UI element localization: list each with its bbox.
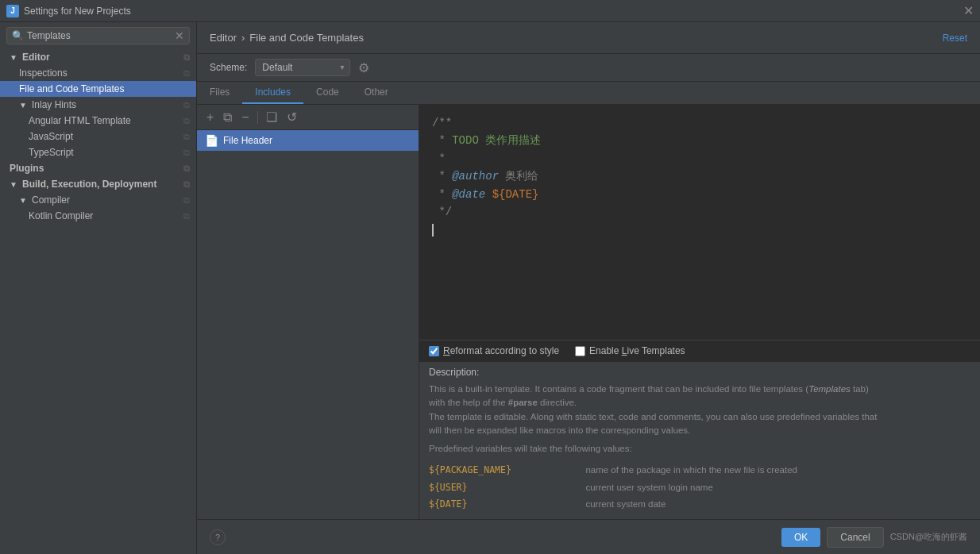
scheme-label: Scheme: — [210, 62, 247, 73]
duplicate-template-button[interactable]: ❏ — [263, 108, 280, 126]
template-item-file-header[interactable]: 📄 File Header — [197, 130, 419, 151]
search-icon: 🔍 — [12, 30, 24, 41]
cancel-button[interactable]: Cancel — [827, 527, 883, 548]
copy-icon-build: ⧉ — [183, 179, 190, 190]
desc-italic-templates: Templates — [808, 384, 851, 394]
reformat-text: Reformat according to style — [443, 345, 559, 356]
copy-icon-plugins: ⧉ — [183, 164, 190, 174]
tab-code[interactable]: Code — [303, 82, 352, 104]
reset-template-button[interactable]: ↺ — [284, 108, 300, 126]
search-clear-icon[interactable]: ✕ — [175, 30, 184, 41]
template-toolbar: + ⧉ − ❏ ↺ — [197, 105, 419, 130]
remove-template-button[interactable]: − — [238, 109, 252, 126]
sidebar-item-kotlin[interactable]: Kotlin Compiler ⧉ — [0, 208, 196, 224]
scheme-dropdown-wrapper: Default Project — [255, 59, 350, 76]
scheme-select[interactable]: Default Project — [255, 59, 350, 76]
sidebar-item-file-code-templates[interactable]: File and Code Templates — [0, 81, 196, 97]
content-area: + ⧉ − ❏ ↺ 📄 File Header /** — [197, 105, 980, 519]
enable-live-text: Enable Live Templates — [589, 345, 685, 356]
tab-files[interactable]: Files — [197, 82, 242, 104]
copy-icon-js: ⧉ — [183, 132, 190, 142]
watermark: CSDN@吃海的虾酱 — [890, 531, 967, 543]
sidebar-item-plugins-label: Plugins — [10, 163, 44, 174]
title-bar-text: Settings for New Projects — [24, 6, 131, 17]
copy-icon-inspections: ⧉ — [183, 68, 190, 79]
sidebar-item-compiler[interactable]: ▼ Compiler ⧉ — [0, 192, 196, 208]
sidebar-item-angular-html[interactable]: Angular HTML Template ⧉ — [0, 113, 196, 129]
sidebar-item-typescript-label: TypeScript — [29, 147, 74, 158]
var-row-user: ${USER} current user system login name — [429, 479, 970, 496]
expand-arrow-editor: ▼ — [10, 53, 19, 62]
reformat-label[interactable]: Reformat according to style — [429, 345, 559, 356]
template-list: + ⧉ − ❏ ↺ 📄 File Header — [197, 105, 419, 519]
gear-button[interactable]: ⚙ — [358, 60, 369, 75]
sidebar-item-build[interactable]: ▼ Build, Execution, Deployment ⧉ — [0, 176, 196, 192]
code-line-3: * — [432, 150, 967, 167]
code-line-1: /** — [432, 114, 967, 132]
reformat-checkbox[interactable] — [429, 346, 439, 356]
description-title: Description: — [419, 362, 980, 379]
copy-icon-compiler: ⧉ — [183, 195, 190, 206]
expand-arrow-build: ▼ — [10, 180, 19, 189]
description-panel: Description: This is a built-in template… — [419, 361, 980, 519]
desc-parse-directive: #parse — [508, 398, 538, 407]
tab-other[interactable]: Other — [352, 82, 401, 104]
app-icon: J — [6, 5, 19, 17]
code-editor[interactable]: /** * TODO 类作用描述 * * @author 奥利给 * @date… — [419, 105, 980, 340]
desc-line-5: Predefined variables will take the follo… — [429, 442, 970, 456]
template-items: 📄 File Header — [197, 130, 419, 519]
sidebar-item-kotlin-label: Kotlin Compiler — [29, 210, 93, 221]
sidebar-item-javascript[interactable]: JavaScript ⧉ — [0, 129, 196, 144]
copy-template-button[interactable]: ⧉ — [220, 109, 235, 126]
desc-line-3: The template is editable. Along with sta… — [429, 410, 970, 424]
code-line-4: * @author 奥利给 — [432, 167, 967, 185]
var-name-user: ${USER} — [429, 479, 585, 496]
sidebar-item-inlay-hints-label: Inlay Hints — [32, 99, 76, 110]
ok-button[interactable]: OK — [781, 528, 820, 547]
desc-line-4: will then be expanded like macros into t… — [429, 424, 970, 437]
desc-line-2: with the help of the #parse directive. — [429, 396, 970, 410]
tabs-row: Files Includes Code Other — [197, 82, 980, 105]
sidebar-item-editor-label: Editor — [22, 52, 50, 63]
var-name-date: ${DATE} — [429, 496, 585, 513]
code-line-6: */ — [432, 203, 967, 221]
sidebar-item-typescript[interactable]: TypeScript ⧉ — [0, 144, 196, 160]
copy-icon-inlay: ⧉ — [183, 100, 190, 110]
sidebar: 🔍 ✕ ▼ Editor ⧉ Inspections ⧉ File and Co… — [0, 22, 197, 554]
add-template-button[interactable]: + — [203, 109, 217, 126]
title-bar-left: J Settings for New Projects — [6, 5, 131, 17]
var-desc-user: current user system login name — [585, 479, 970, 496]
sidebar-item-inspections[interactable]: Inspections ⧉ — [0, 65, 196, 81]
sidebar-items: ▼ Editor ⧉ Inspections ⧉ File and Code T… — [0, 49, 196, 554]
copy-icon-ts: ⧉ — [183, 148, 190, 158]
sidebar-item-plugins[interactable]: Plugins ⧉ — [0, 160, 196, 176]
editor-area: /** * TODO 类作用描述 * * @author 奥利给 * @date… — [419, 105, 980, 519]
search-box: 🔍 ✕ — [6, 27, 190, 44]
toolbar-divider — [257, 111, 258, 124]
breadcrumb: Editor › File and Code Templates — [210, 32, 364, 44]
close-button[interactable]: ✕ — [963, 3, 974, 18]
editor-options: Reformat according to style Enable Live … — [419, 340, 980, 361]
copy-icon-angular: ⧉ — [183, 116, 190, 126]
reset-button[interactable]: Reset — [943, 33, 967, 44]
var-desc-date: current system date — [585, 496, 970, 513]
sidebar-item-editor[interactable]: ▼ Editor ⧉ — [0, 49, 196, 65]
help-button[interactable]: ? — [210, 529, 226, 545]
copy-icon-editor: ⧉ — [183, 52, 190, 63]
expand-arrow-compiler: ▼ — [19, 196, 29, 205]
enable-live-checkbox[interactable] — [575, 346, 585, 356]
breadcrumb-separator: › — [241, 32, 245, 44]
tab-includes[interactable]: Includes — [242, 82, 303, 104]
sidebar-item-javascript-label: JavaScript — [29, 131, 73, 142]
sidebar-item-inspections-label: Inspections — [19, 67, 68, 79]
variable-table: ${PACKAGE_NAME} name of the package in w… — [429, 462, 970, 513]
scheme-row: Scheme: Default Project ⚙ — [197, 54, 980, 82]
breadcrumb-parent: Editor — [210, 32, 237, 44]
code-line-5: * @date ${DATE} — [432, 186, 967, 203]
title-bar: J Settings for New Projects ✕ — [0, 0, 980, 22]
file-header-icon: 📄 — [205, 134, 218, 147]
search-input[interactable] — [27, 30, 172, 41]
top-bar: Editor › File and Code Templates Reset — [197, 22, 980, 54]
sidebar-item-inlay-hints[interactable]: ▼ Inlay Hints ⧉ — [0, 97, 196, 113]
enable-live-label[interactable]: Enable Live Templates — [575, 345, 685, 356]
